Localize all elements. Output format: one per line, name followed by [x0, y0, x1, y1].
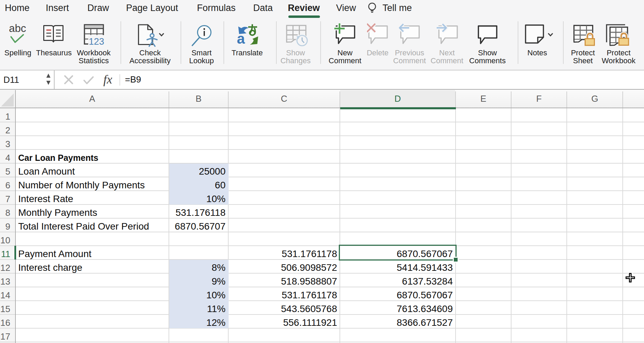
svg-text:a: a [237, 31, 245, 46]
svg-text:abc: abc [9, 22, 26, 34]
svg-text:123: 123 [89, 36, 104, 46]
